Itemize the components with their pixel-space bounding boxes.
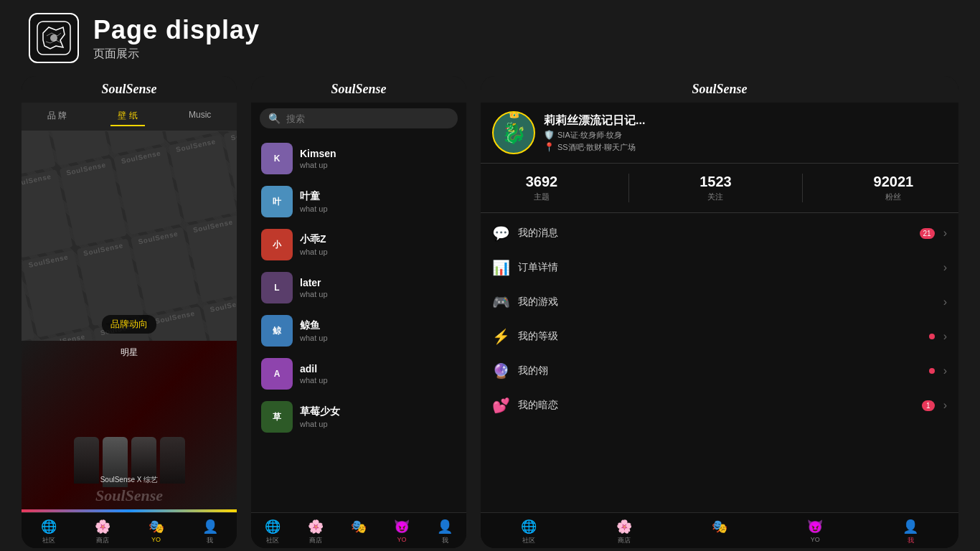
order-icon: 📊: [492, 259, 509, 276]
arrow-icon-2: ›: [943, 261, 947, 274]
logo: [29, 13, 79, 63]
menu-crush[interactable]: 💕 我的暗恋 1 ›: [481, 388, 958, 423]
phone1-tabs: 品 牌 壁 纸 Music: [22, 103, 237, 131]
crush-badge: 1: [922, 400, 935, 411]
phone1-content: SoulSense SoulSense SoulSense SoulSense …: [22, 131, 237, 512]
chat-item-adil[interactable]: A adil what up: [251, 352, 466, 395]
tab-wallpaper[interactable]: 壁 纸: [110, 107, 144, 126]
phone1-bottom-text: SoulSense X 综艺: [22, 475, 237, 485]
chat-info-strawberry: 草莓少女 what up: [300, 405, 456, 428]
game-icon: 🎮: [492, 293, 509, 311]
phone2-brand: SoulSense: [251, 76, 466, 103]
message-badge: 21: [920, 228, 935, 239]
nav-yo-2[interactable]: 😈 YO: [394, 519, 410, 545]
search-icon: 🔍: [268, 113, 281, 124]
menu-list: 💬 我的消息 21 › 📊 订单详情 › 🎮 我的游戏 › ⚡ 我的等级: [481, 213, 958, 512]
search-input[interactable]: [286, 113, 449, 124]
menu-ling[interactable]: 🔮 我的翎 ›: [481, 354, 958, 388]
menu-messages[interactable]: 💬 我的消息 21 ›: [481, 216, 958, 250]
stat-topics: 3692 主题: [526, 174, 558, 202]
profile-stats: 3692 主题 1523 关注 92021 粉丝: [481, 163, 958, 213]
phone-mockup-3: SoulSense 🐉 👑 莉莉丝漂流记日记... 🛡️ SIA证·纹身师·纹身…: [481, 76, 958, 548]
chat-item-strawberry[interactable]: 草 草莓少女 what up: [251, 395, 466, 438]
phone1-bottom-img: 明星 SoulSense X 综艺 SoulSense: [22, 341, 237, 512]
phone1-bg: SoulSense SoulSense SoulSense SoulSense …: [22, 131, 237, 341]
stat-following: 1523 关注: [699, 174, 732, 202]
avatar-xiaoguai: 小: [261, 229, 293, 260]
stat-followers: 92021 粉丝: [874, 174, 914, 202]
nav-yo-3[interactable]: 😈 YO: [807, 519, 823, 545]
avatar-later: L: [261, 272, 293, 303]
profile-badge1: 🛡️ SIA证·纹身师·纹身: [544, 130, 947, 141]
nav-post-3[interactable]: 🎭: [712, 519, 727, 545]
page-level-label: 1 级页面: [0, 548, 980, 551]
header: Page display 页面展示: [0, 0, 980, 76]
avatar-kimsen: K: [261, 143, 293, 174]
profile-name: 莉莉丝漂流记日记...: [544, 113, 947, 128]
ling-dot: [929, 368, 935, 374]
ling-icon: 🔮: [492, 362, 509, 380]
chat-item-kimsen[interactable]: K Kimsen what up: [251, 137, 466, 180]
menu-level[interactable]: ⚡ 我的等级 ›: [481, 319, 958, 354]
nav-shop-3[interactable]: 🌸 商店: [616, 519, 632, 545]
level-icon: ⚡: [492, 328, 509, 345]
page-subtitle: 页面展示: [93, 47, 260, 62]
profile-info: 莉莉丝漂流记日记... 🛡️ SIA证·纹身师·纹身 📍 SS酒吧·散财·聊天广…: [544, 113, 947, 153]
accent-bar: [22, 509, 237, 512]
nav-shop-2[interactable]: 🌸 商店: [308, 519, 324, 545]
tab-music[interactable]: Music: [182, 107, 218, 126]
phone-mockup-1: SoulSense 品 牌 壁 纸 Music SoulSense SoulSe…: [22, 76, 237, 548]
phone1-watermark: SoulSense: [22, 486, 237, 505]
tab-brand[interactable]: 品 牌: [40, 107, 74, 126]
phone1-bottom: 明星 SoulSense X 综艺 SoulSense: [22, 341, 237, 512]
phone3-nav: 🌐 社区 🌸 商店 🎭 😈 YO 👤 我: [481, 512, 958, 548]
chat-info-yetong: 叶童 what up: [300, 190, 456, 213]
avatar-adil: A: [261, 358, 293, 390]
chat-info-xiaoguai: 小乖Z what up: [300, 233, 456, 256]
nav-shop-1[interactable]: 🌸 商店: [95, 519, 110, 545]
nav-post-2[interactable]: 🎭: [351, 519, 367, 545]
menu-orders[interactable]: 📊 订单详情 ›: [481, 250, 958, 285]
chat-item-yetong[interactable]: 叶 叶童 what up: [251, 180, 466, 223]
arrow-icon-6: ›: [943, 399, 947, 412]
chat-list: K Kimsen what up 叶 叶童 what up 小: [251, 134, 466, 512]
crush-icon: 💕: [492, 397, 509, 414]
chat-info-later: later what up: [300, 277, 456, 298]
avatar-yetong: 叶: [261, 186, 293, 217]
level-dot: [929, 334, 935, 339]
chat-info-adil: adil what up: [300, 363, 456, 385]
nav-me-2[interactable]: 👤 我: [437, 519, 453, 545]
phone2-nav: 🌐 社区 🌸 商店 🎭 😈 YO 👤 我: [251, 512, 466, 548]
tiled-pattern: SoulSense SoulSense SoulSense SoulSense …: [22, 131, 237, 341]
search-container: 🔍: [260, 108, 458, 128]
chat-info-whale: 鲸鱼 what up: [300, 319, 456, 342]
chat-item-whale[interactable]: 鲸 鲸鱼 what up: [251, 309, 466, 352]
arrow-icon: ›: [943, 227, 947, 240]
arrow-icon-3: ›: [943, 296, 947, 309]
profile-avatar: 🐉 👑: [492, 111, 535, 154]
nav-yo-1[interactable]: 🎭 YO: [149, 519, 164, 545]
phone1-label2: 明星: [121, 347, 138, 359]
location-icon: 📍: [544, 142, 555, 152]
menu-games[interactable]: 🎮 我的游戏 ›: [481, 285, 958, 319]
message-icon: 💬: [492, 225, 509, 242]
profile-badge2: 📍 SS酒吧·散财·聊天广场: [544, 142, 947, 153]
nav-me-3[interactable]: 👤 我: [903, 519, 918, 545]
main-content: SoulSense 品 牌 壁 纸 Music SoulSense SoulSe…: [0, 76, 980, 548]
stat-divider1: [628, 174, 629, 202]
header-text: Page display 页面展示: [93, 15, 260, 62]
nav-community-3[interactable]: 🌐 社区: [521, 519, 537, 545]
chat-item-xiaoguai[interactable]: 小 小乖Z what up: [251, 223, 466, 266]
shield-icon: 🛡️: [544, 130, 555, 140]
phone1-label1: 品牌动向: [102, 315, 156, 334]
nav-me-1[interactable]: 👤 我: [202, 519, 218, 545]
phone1-nav: 🌐 社区 🌸 商店 🎭 YO 👤 我: [22, 512, 237, 548]
phone-mockup-2: SoulSense 🔍 K Kimsen what up 叶: [251, 76, 466, 548]
crown-icon: 👑: [508, 111, 520, 118]
page-title: Page display: [93, 15, 260, 45]
nav-community-2[interactable]: 🌐 社区: [265, 519, 281, 545]
nav-community-1[interactable]: 🌐 社区: [41, 519, 57, 545]
stat-divider2: [802, 174, 803, 202]
chat-item-later[interactable]: L later what up: [251, 266, 466, 309]
arrow-icon-4: ›: [943, 330, 947, 343]
